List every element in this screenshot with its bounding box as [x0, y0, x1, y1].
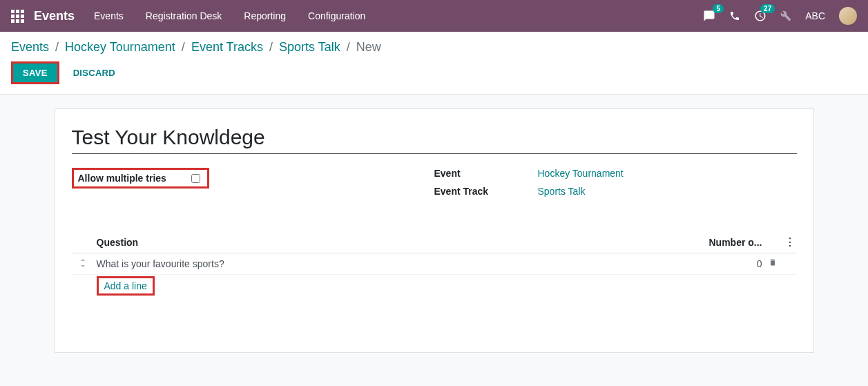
- delete-row-icon[interactable]: [762, 258, 783, 270]
- page-title[interactable]: Test Your Knowldege: [72, 126, 797, 154]
- menu-registration-desk[interactable]: Registration Desk: [146, 10, 222, 21]
- table-header: Question Number o... ⋮: [72, 231, 797, 253]
- breadcrumb-event-tracks[interactable]: Event Tracks: [191, 40, 263, 54]
- action-buttons: SAVE DISCARD: [11, 61, 857, 84]
- form-sheet: Test Your Knowldege Allow multiple tries…: [55, 108, 814, 353]
- apps-icon[interactable]: [11, 10, 24, 23]
- allow-multiple-tries-checkbox[interactable]: [191, 174, 200, 183]
- allow-multiple-tries-label: Allow multiple tries: [78, 173, 166, 184]
- phone-icon[interactable]: [729, 10, 740, 21]
- activities-icon[interactable]: 27: [754, 10, 766, 22]
- avatar[interactable]: [839, 7, 857, 25]
- breadcrumb-current: New: [356, 40, 381, 54]
- event-track-label: Event Track: [434, 186, 538, 197]
- questions-table: Question Number o... ⋮ What is your favo…: [72, 231, 797, 297]
- breadcrumb-events[interactable]: Events: [11, 40, 49, 54]
- topbar-right: 5 27 ABC: [703, 7, 857, 25]
- top-bar: Events Events Registration Desk Reportin…: [0, 0, 868, 32]
- allow-multiple-tries-field: Allow multiple tries: [72, 168, 209, 189]
- app-title[interactable]: Events: [34, 9, 75, 23]
- control-panel: Events / Hockey Tournament / Event Track…: [0, 32, 868, 95]
- breadcrumb-sep: /: [55, 40, 59, 54]
- debug-icon[interactable]: [780, 10, 791, 21]
- breadcrumb-sports-talk[interactable]: Sports Talk: [279, 40, 340, 54]
- discard-button[interactable]: DISCARD: [68, 64, 121, 82]
- breadcrumb: Events / Hockey Tournament / Event Track…: [11, 40, 857, 55]
- breadcrumb-sep: /: [182, 40, 185, 54]
- question-text: What is your favourite sports?: [94, 258, 700, 269]
- add-line-link[interactable]: Add a line: [104, 280, 147, 291]
- drag-handle-icon[interactable]: [72, 259, 94, 269]
- column-question: Question: [94, 237, 700, 248]
- menu-configuration[interactable]: Configuration: [308, 10, 365, 21]
- menu-reporting[interactable]: Reporting: [244, 10, 286, 21]
- column-number: Number o...: [700, 237, 762, 248]
- table-row[interactable]: What is your favourite sports? 0: [72, 253, 797, 275]
- activities-badge: 27: [760, 4, 775, 13]
- save-button[interactable]: SAVE: [13, 64, 57, 82]
- column-menu-icon[interactable]: ⋮: [783, 235, 797, 249]
- event-link[interactable]: Hockey Tournament: [538, 168, 624, 179]
- breadcrumb-sep: /: [347, 40, 350, 54]
- messaging-badge: 5: [713, 4, 724, 13]
- messaging-icon[interactable]: 5: [703, 10, 715, 22]
- main-menu: Events Registration Desk Reporting Confi…: [94, 10, 703, 21]
- breadcrumb-hockey-tournament[interactable]: Hockey Tournament: [65, 40, 175, 54]
- question-number: 0: [700, 258, 762, 269]
- breadcrumb-sep: /: [269, 40, 273, 54]
- event-track-link[interactable]: Sports Talk: [538, 186, 586, 197]
- user-menu[interactable]: ABC: [805, 10, 825, 21]
- menu-events[interactable]: Events: [94, 10, 124, 21]
- event-label: Event: [434, 168, 538, 179]
